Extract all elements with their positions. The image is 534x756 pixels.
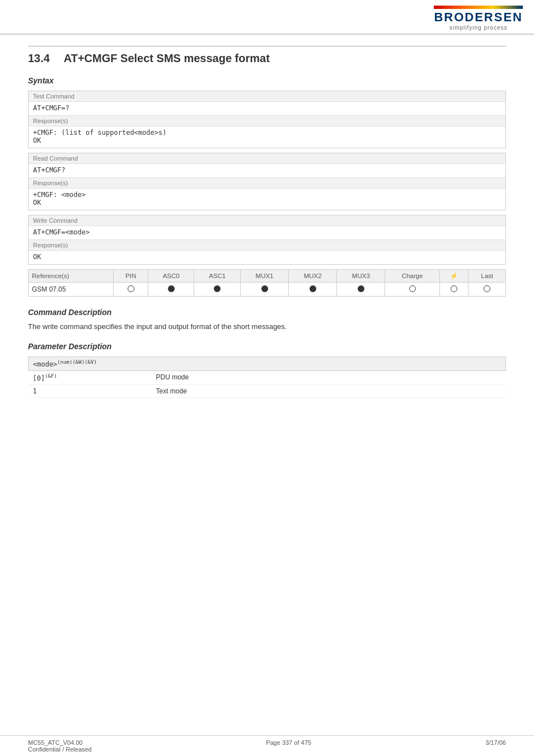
asc1-value bbox=[194, 283, 241, 297]
param-desc-1: Text mode bbox=[152, 385, 506, 398]
circle-empty-last bbox=[484, 285, 490, 292]
ref-value: GSM 07.05 bbox=[29, 283, 114, 297]
command-desc-text: The write command specifies the input an… bbox=[28, 322, 506, 331]
test-command-text: AT+CMGF=? bbox=[29, 102, 505, 115]
section-heading: AT+CMGF Select SMS message format bbox=[64, 52, 270, 64]
circle-filled-asc1 bbox=[214, 285, 221, 292]
test-command-label: Test Command bbox=[29, 91, 505, 102]
param-header-cell: <mode>(num)(&W)(&V) bbox=[29, 357, 506, 371]
read-command-label: Read Command bbox=[29, 153, 505, 164]
footer-confidential: Confidential / Released bbox=[28, 746, 92, 753]
param-header-row: <mode>(num)(&W)(&V) bbox=[29, 357, 506, 371]
read-command-text: AT+CMGF? bbox=[29, 164, 505, 177]
special-col-header: ⚡ bbox=[439, 270, 469, 283]
reference-table: Reference(s) PIN ASC0 ASC1 MUX1 MUX2 MUX… bbox=[28, 269, 506, 297]
param-sup-0: (&F) bbox=[45, 373, 57, 379]
logo: BRODERSEN simplifying process bbox=[434, 6, 523, 31]
main-content: 13.4 AT+CMGF Select SMS message format S… bbox=[0, 35, 534, 437]
write-response-label: Response(s) bbox=[29, 240, 505, 251]
table-row: GSM 07.05 bbox=[29, 283, 506, 297]
footer-date: 3/17/06 bbox=[485, 739, 506, 753]
mux3-col-header: MUX3 bbox=[337, 270, 385, 283]
read-response-text: +CMGF: <mode>OK bbox=[29, 189, 505, 210]
param-value-1: 1 bbox=[29, 385, 152, 398]
mux1-col-header: MUX1 bbox=[240, 270, 288, 283]
last-col-header: Last bbox=[469, 270, 506, 283]
mux3-value bbox=[337, 283, 385, 297]
syntax-label: Syntax bbox=[28, 76, 506, 85]
mux2-col-header: MUX2 bbox=[289, 270, 337, 283]
pin-value bbox=[114, 283, 148, 297]
test-response-text: +CMGF: (list of supported<mode>s)OK bbox=[29, 126, 505, 148]
circle-filled-mux1 bbox=[261, 285, 268, 292]
param-desc-0: PDU mode bbox=[152, 371, 506, 385]
param-desc-title: Parameter Description bbox=[28, 342, 506, 351]
param-row-1: 1 Text mode bbox=[29, 385, 506, 398]
mux1-value bbox=[240, 283, 288, 297]
circle-filled-mux3 bbox=[358, 285, 364, 292]
circle-empty-charge bbox=[409, 285, 416, 292]
asc0-col-header: ASC0 bbox=[148, 270, 194, 283]
write-command-label: Write Command bbox=[29, 215, 505, 226]
test-command-block: Test Command AT+CMGF=? Response(s) +CMGF… bbox=[28, 91, 506, 148]
test-response-label: Response(s) bbox=[29, 115, 505, 126]
write-command-block: Write Command AT+CMGF=<mode> Response(s)… bbox=[28, 215, 506, 265]
page-header: BRODERSEN simplifying process bbox=[0, 0, 534, 35]
param-value-0: [0](&F) bbox=[29, 371, 152, 385]
page-footer: MC55_ATC_V04.00 Confidential / Released … bbox=[0, 735, 534, 756]
special-value bbox=[439, 283, 469, 297]
circle-filled-asc0 bbox=[168, 285, 175, 292]
parameter-table: <mode>(num)(&W)(&V) [0](&F) PDU mode 1 T… bbox=[28, 356, 506, 398]
param-superscript: (num)(&W)(&V) bbox=[57, 359, 96, 365]
charge-col-header: Charge bbox=[385, 270, 439, 283]
command-desc-title: Command Description bbox=[28, 308, 506, 317]
read-command-block: Read Command AT+CMGF? Response(s) +CMGF:… bbox=[28, 153, 506, 210]
pin-col-header: PIN bbox=[114, 270, 148, 283]
ref-col-header: Reference(s) bbox=[29, 270, 114, 283]
asc0-value bbox=[148, 283, 194, 297]
param-row-0: [0](&F) PDU mode bbox=[29, 371, 506, 385]
write-command-text: AT+CMGF=<mode> bbox=[29, 226, 505, 240]
circle-empty-pin bbox=[128, 285, 134, 292]
circle-empty-special bbox=[451, 285, 457, 292]
last-value bbox=[469, 283, 506, 297]
logo-subtitle: simplifying process bbox=[434, 25, 523, 31]
separator bbox=[28, 46, 506, 46]
section-title: 13.4 AT+CMGF Select SMS message format bbox=[28, 52, 506, 65]
asc1-col-header: ASC1 bbox=[194, 270, 241, 283]
write-response-text: OK bbox=[29, 251, 505, 264]
logo-stripe bbox=[434, 6, 523, 9]
footer-center: Page 337 of 475 bbox=[266, 739, 311, 753]
read-response-label: Response(s) bbox=[29, 177, 505, 189]
circle-filled-mux2 bbox=[310, 285, 316, 292]
mux2-value bbox=[289, 283, 337, 297]
section-number: 13.4 bbox=[28, 52, 50, 64]
footer-left: MC55_ATC_V04.00 Confidential / Released bbox=[28, 739, 92, 753]
charge-value bbox=[385, 283, 439, 297]
footer-doc-id: MC55_ATC_V04.00 bbox=[28, 739, 92, 746]
logo-text: BRODERSEN bbox=[434, 10, 523, 25]
param-header-text: <mode> bbox=[33, 360, 57, 368]
